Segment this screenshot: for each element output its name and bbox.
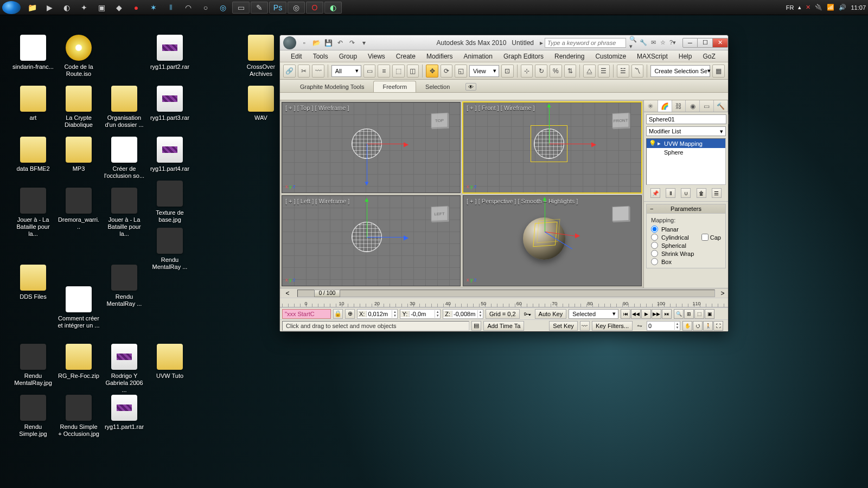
desktop-icon[interactable]: ryg11.part1.rar — [102, 395, 146, 431]
walk-icon[interactable]: 🚶 — [703, 321, 713, 331]
remove-modifier-icon[interactable]: 🗑 — [697, 188, 706, 198]
viewport-label[interactable]: [ + ] [ Perspective ] [ Smooth + Highlig… — [467, 198, 578, 204]
named-selection-dropdown[interactable]: Create Selection Se▾ — [650, 65, 710, 77]
desktop-icon[interactable]: Comment créer et intégrer un ... — [56, 286, 101, 330]
goto-end-icon[interactable]: ⏭ — [662, 309, 672, 319]
eye-icon[interactable]: 💡 — [649, 140, 654, 147]
menu-views[interactable]: Views — [362, 53, 391, 60]
menu-maxscript[interactable]: MAXScript — [631, 53, 673, 60]
keyfilter-dropdown[interactable]: Selected▾ — [569, 309, 618, 319]
desktop-icon[interactable]: MP3 — [56, 137, 101, 173]
desktop-icon[interactable]: CrossOver Archives — [239, 35, 283, 78]
radio-input[interactable] — [651, 226, 658, 233]
radio-input[interactable] — [651, 234, 658, 241]
object-name-field[interactable] — [646, 114, 726, 124]
desktop-icon[interactable]: Jouer à - La Bataille pour la... — [11, 188, 55, 238]
mapping-option-box[interactable]: Box — [651, 258, 721, 266]
select-name-icon[interactable]: ≡ — [378, 65, 390, 78]
pan-icon[interactable]: ✋ — [682, 321, 692, 331]
new-icon[interactable]: ▫ — [299, 38, 309, 48]
fov-icon[interactable]: ▣ — [705, 309, 714, 319]
move-tool-button[interactable]: ✥ — [426, 65, 438, 78]
modifier-stack-item[interactable]: 💡▸UVW Mapping — [647, 139, 725, 148]
modify-tab-icon[interactable]: 🌈 — [658, 100, 672, 112]
tray-chevron-icon[interactable]: ▴ — [798, 4, 801, 11]
desktop-icon[interactable]: Rendu MentalRay.jpg — [11, 344, 55, 387]
desktop-icon[interactable]: ryg11.part3.rar — [148, 86, 192, 122]
desktop-icon[interactable]: UVW Tuto — [148, 344, 192, 380]
menu-modifiers[interactable]: Modifiers — [421, 53, 458, 60]
menu-edit[interactable]: Edit — [285, 53, 308, 60]
desktop-icon[interactable]: RG_Re-Foc.zip — [56, 344, 101, 380]
help-search-input[interactable] — [545, 38, 626, 48]
viewport-label[interactable]: [ + ] [ Front ] [ Wireframe ] — [467, 105, 535, 111]
prev-frame-icon[interactable]: ◀◀ — [631, 309, 641, 319]
tray-power-icon[interactable]: 🔌 — [815, 4, 822, 11]
comm-center-icon[interactable]: ▤ — [471, 321, 481, 331]
zoom-ext-icon[interactable]: ⬚ — [694, 309, 704, 319]
abs-rel-icon[interactable]: ⊕ — [345, 309, 355, 319]
key-mode-icon[interactable]: 🗝 — [522, 310, 533, 318]
start-button[interactable] — [2, 1, 21, 14]
goto-start-icon[interactable]: ⏮ — [621, 309, 630, 319]
modifier-stack-item[interactable]: Sphere — [647, 148, 725, 157]
timeslider-next-icon[interactable]: > — [717, 290, 728, 297]
comm-icon[interactable]: ✉ — [649, 38, 658, 47]
app-menu-button[interactable] — [283, 36, 296, 49]
display-tab-icon[interactable]: ▭ — [700, 100, 714, 112]
app-icon[interactable]: ● — [128, 2, 144, 14]
desktop-icon[interactable]: art — [11, 86, 55, 122]
ribbon-tab[interactable]: Freeform — [373, 81, 416, 92]
coord-y[interactable]: Y:▲▼ — [400, 309, 441, 319]
radio-input[interactable] — [651, 258, 658, 265]
app-icon[interactable]: ○ — [197, 2, 214, 14]
desktop-icon[interactable]: Code de la Route.iso — [56, 35, 101, 78]
app-icon[interactable]: ▣ — [93, 2, 110, 14]
spinner-snap-icon[interactable]: ⇅ — [564, 65, 577, 78]
desktop-icon[interactable]: Rendu Simple + Occlusion.jpg — [56, 395, 101, 438]
pin-stack-icon[interactable]: 📌 — [650, 188, 660, 198]
app-icon[interactable]: ✶ — [145, 2, 162, 14]
zoom-all-icon[interactable]: ⊞ — [684, 309, 694, 319]
menu-create[interactable]: Create — [391, 53, 421, 60]
desktop-icon[interactable]: Texture de base.jpg — [148, 181, 192, 224]
make-unique-icon[interactable]: ∪ — [681, 188, 691, 198]
app-icon[interactable]: ⦀ — [163, 2, 179, 14]
menu-tools[interactable]: Tools — [308, 53, 334, 60]
curve-editor-icon[interactable]: 〽 — [631, 65, 644, 78]
help-icon[interactable]: ?▾ — [668, 38, 677, 47]
search-icon[interactable]: 🔍▾ — [629, 38, 638, 47]
mirror-icon[interactable]: ⧋ — [583, 65, 596, 78]
explorer-icon[interactable]: 📁 — [24, 2, 40, 14]
angle-snap-icon[interactable]: ↻ — [535, 65, 547, 78]
desktop-icon[interactable]: Dremora_warri... — [56, 188, 101, 231]
tray-volume-icon[interactable]: 🔊 — [839, 4, 846, 11]
radio-input[interactable] — [651, 242, 658, 249]
ribbon-visibility-icon[interactable]: 👁 — [465, 83, 476, 91]
setkey-button[interactable]: Set Key — [549, 321, 578, 331]
add-time-tag-button[interactable]: Add Time Ta — [483, 321, 524, 331]
cap-checkbox[interactable] — [701, 234, 709, 241]
desktop-icon[interactable]: ryg11.part2.rar — [148, 35, 192, 71]
next-frame-icon[interactable]: ▶▶ — [652, 309, 661, 319]
app-icon[interactable]: ◐ — [59, 2, 75, 14]
modifier-list-dropdown[interactable]: Modifier List▾ — [646, 126, 726, 136]
mapping-option-planar[interactable]: Planar — [651, 225, 721, 233]
window-crossing-icon[interactable]: ◫ — [407, 65, 419, 78]
time-slider-thumb[interactable]: 0 / 100 — [314, 290, 340, 297]
select-region-icon[interactable]: ⬚ — [392, 65, 405, 78]
current-frame-field[interactable]: ▲▼ — [647, 321, 680, 331]
open-icon[interactable]: 📂 — [311, 38, 321, 48]
desktop-icon[interactable]: Rendu MentalRay ... — [102, 265, 146, 308]
ribbon-tab[interactable]: Graphite Modeling Tools — [291, 81, 373, 92]
viewport-front[interactable]: [ + ] [ Front ] [ Wireframe ] FRONT ▲ ▶ … — [463, 102, 642, 193]
pivot-icon[interactable]: ⊡ — [501, 65, 514, 78]
radio-input[interactable] — [651, 250, 658, 257]
infocenter-arrow-icon[interactable]: ▸ — [538, 39, 545, 47]
expand-icon[interactable]: ▸ — [656, 140, 662, 147]
bind-icon[interactable]: 〰 — [312, 65, 324, 78]
menu-group[interactable]: Group — [334, 53, 362, 60]
title-bar[interactable]: ▫ 📂 💾 ↶ ↷ ▾ Autodesk 3ds Max 2010 Untitl… — [280, 35, 728, 50]
time-slider[interactable]: 0 / 100 — [297, 290, 715, 297]
viewcube[interactable]: FRONT — [604, 107, 637, 134]
